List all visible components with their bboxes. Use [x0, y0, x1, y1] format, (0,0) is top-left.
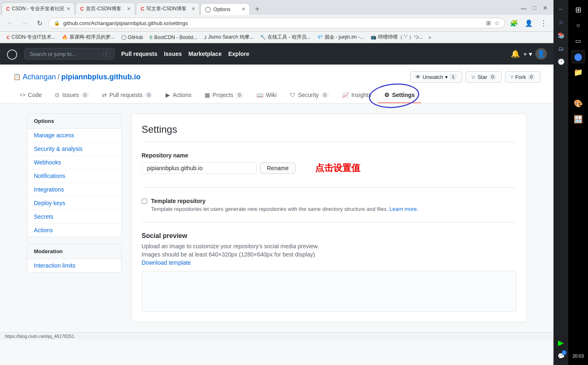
issues-tab-icon: ⊙	[55, 92, 60, 98]
sidebar-item-integrations[interactable]: Integrations	[28, 183, 121, 196]
sidebar-item-deploy-keys[interactable]: Deploy keys	[28, 196, 121, 210]
sidebar-item-webhooks[interactable]: Webhooks	[28, 156, 121, 169]
tab-insights[interactable]: 📈 Insights	[335, 88, 378, 103]
bookmark-imooc-label: 慕课网-程序员的梦...	[69, 34, 115, 41]
settings-content: Settings Repository name Rename 点击设置值	[131, 113, 527, 322]
side-panel-collections[interactable]: 🗂	[555, 43, 567, 54]
rename-button[interactable]: Rename	[260, 162, 296, 174]
sidebar: Options Manage access Security & analysi…	[27, 113, 122, 322]
github-logo[interactable]: ◯	[7, 48, 18, 60]
reload-button[interactable]: ↻	[34, 17, 45, 29]
search-box[interactable]: Search or jump to... /	[24, 48, 115, 60]
nav-marketplace[interactable]: Marketplace	[189, 51, 222, 57]
star-icon[interactable]: ☆	[494, 20, 500, 26]
repo-name-input[interactable]	[142, 162, 257, 174]
bookmark-bootcdn-label: BootCDN - Bootst...	[154, 35, 197, 40]
nav-issues[interactable]: Issues	[164, 51, 182, 57]
add-dropdown[interactable]: + ▾	[523, 50, 532, 58]
tab1-close[interactable]: ✕	[67, 6, 70, 12]
taskbar-windows-icon[interactable]: 🪟	[572, 113, 585, 126]
sidebar-item-actions[interactable]: Actions	[28, 224, 121, 237]
windows-start-icon[interactable]: ⊞	[572, 3, 585, 16]
new-tab-button[interactable]: +	[251, 3, 263, 15]
template-learn-more-link[interactable]: Learn more.	[390, 206, 418, 212]
tab-settings[interactable]: ⚙ Settings	[378, 88, 421, 103]
browser-window: C CSDN - 专业开发者社区 ✕ C 首页-CSDN博客 ✕ C 写文章-C…	[0, 0, 553, 340]
fork-button[interactable]: ⑂ Fork 0	[505, 71, 540, 83]
star-button[interactable]: ☆ Star 0	[466, 71, 502, 83]
bookmark-imooc[interactable]: 🔥 慕课网-程序员的梦...	[60, 33, 117, 42]
social-preview-desc: Upload an image to customize your reposi…	[142, 243, 517, 249]
tab-projects[interactable]: ▦ Projects 0	[198, 88, 250, 103]
extensions-button[interactable]: 🧩	[508, 17, 520, 29]
taskbar-color-icon[interactable]: 🎨	[572, 97, 585, 110]
sidebar-item-interaction-limits[interactable]: Interaction limits	[28, 259, 121, 272]
windows-search-icon[interactable]: ○	[572, 19, 585, 32]
tab-actions[interactable]: ▶ Actions	[159, 88, 198, 103]
bookmark-csdn-favicon: C	[7, 35, 10, 40]
repo-name-link[interactable]: pipiannbplus.github.io	[61, 73, 141, 81]
tab-issues[interactable]: ⊙ Issues 0	[48, 88, 95, 103]
side-panel-bookmarks[interactable]: ☆	[555, 16, 567, 28]
bookmark-github[interactable]: ◯ GitHub	[119, 34, 145, 41]
browser-tab-3[interactable]: C 写文章-CSDN博客 ✕	[136, 2, 200, 15]
browser-tab-2[interactable]: C 首页-CSDN博客 ✕	[76, 2, 135, 15]
taskbar-photo-icon2[interactable]: 🖼	[572, 128, 585, 141]
template-checkbox[interactable]	[142, 199, 147, 204]
tab4-close[interactable]: ✕	[242, 7, 245, 12]
sidebar-item-secrets[interactable]: Secrets	[28, 210, 121, 224]
taskbar-folder-icon[interactable]: 📁	[572, 66, 585, 79]
bookmark-bilibili[interactable]: 📺 哔哩哔哩（ '-' ）つ...	[368, 33, 425, 42]
maximize-button[interactable]: □	[530, 5, 539, 13]
tab-wiki[interactable]: 📖 Wiki	[250, 88, 283, 103]
unwatch-button[interactable]: 👁 Unwatch ▾ 1	[410, 71, 462, 83]
forward-button[interactable]: →	[19, 17, 30, 29]
windows-taskview-icon[interactable]: ▭	[572, 35, 585, 48]
star-count: 0	[489, 74, 496, 80]
back-button[interactable]: ←	[4, 17, 16, 29]
notification-icon[interactable]: 🔔	[511, 49, 520, 58]
repo-owner-link[interactable]: Achangan	[23, 73, 56, 81]
wiki-tab-icon: 📖	[256, 92, 263, 98]
menu-button[interactable]: ⋮	[538, 17, 549, 29]
side-panel-back[interactable]: ←	[555, 3, 567, 15]
sidebar-item-notifications[interactable]: Notifications	[28, 169, 121, 183]
tab-security[interactable]: 🛡 Security 0	[283, 88, 335, 103]
close-button[interactable]: ✕	[540, 5, 550, 13]
translate-icon[interactable]: ⊞	[486, 20, 491, 26]
download-template-link[interactable]: Download template	[142, 259, 191, 266]
bookmark-jiumo[interactable]: J Jiumo Search 鸠摩...	[202, 33, 256, 42]
tab3-close[interactable]: ✕	[191, 6, 195, 12]
code-tab-icon: <>	[20, 92, 25, 98]
tab-code[interactable]: <> Code	[13, 88, 48, 103]
bookmark-bootcdn[interactable]: B BootCDN - Bootst...	[147, 34, 200, 41]
avatar[interactable]: 👤	[535, 48, 547, 60]
fork-icon: ⑂	[510, 74, 514, 80]
sidebar-item-manage-access[interactable]: Manage access	[28, 129, 121, 142]
browser-tab-4[interactable]: ◯ Options ✕	[201, 3, 250, 15]
side-panel-play[interactable]: ▶	[555, 337, 567, 340]
taskbar-photos-icon[interactable]: 🖼	[572, 81, 585, 95]
profile-button[interactable]: 👤	[523, 17, 535, 29]
bookmark-csdn[interactable]: C CSDN-专业IT技术...	[4, 33, 58, 42]
address-bar[interactable]: 🔒 github.com/Achangan/pipiannbplus.githu…	[48, 18, 505, 28]
chrome-taskbar-icon[interactable]: ⬤	[572, 50, 585, 63]
secrets-label: Secrets	[34, 213, 53, 220]
tab2-close[interactable]: ✕	[127, 6, 131, 12]
bookmark-juejin[interactable]: 💎 掘金 - juejin.im -...	[315, 33, 367, 42]
bookmarks-more[interactable]: »	[429, 35, 431, 40]
sidebar-item-security-analysis[interactable]: Security & analysis	[28, 142, 121, 156]
side-panel-history[interactable]: 🕐	[555, 56, 567, 67]
manage-access-label: Manage access	[34, 132, 74, 139]
nav-explore[interactable]: Explore	[228, 51, 249, 57]
side-panel-reading[interactable]: 📚	[555, 30, 567, 41]
bookmark-tools[interactable]: 🔧 在线工具 - 程序员...	[258, 33, 313, 42]
status-url: https://blog.csdn.net/qq_46178251	[5, 334, 74, 339]
template-repo-section: Template repository Template repositorie…	[142, 198, 517, 212]
browser-tab-1[interactable]: C CSDN - 专业开发者社区 ✕	[2, 2, 75, 15]
tab-pullrequests[interactable]: ⇄ Pull requests 0	[95, 88, 159, 103]
issues-tab-label: Issues	[62, 92, 78, 98]
minimize-button[interactable]: ─	[519, 5, 529, 13]
bookmark-github-label: GitHub	[128, 35, 143, 40]
nav-pull-requests[interactable]: Pull requests	[121, 51, 157, 57]
